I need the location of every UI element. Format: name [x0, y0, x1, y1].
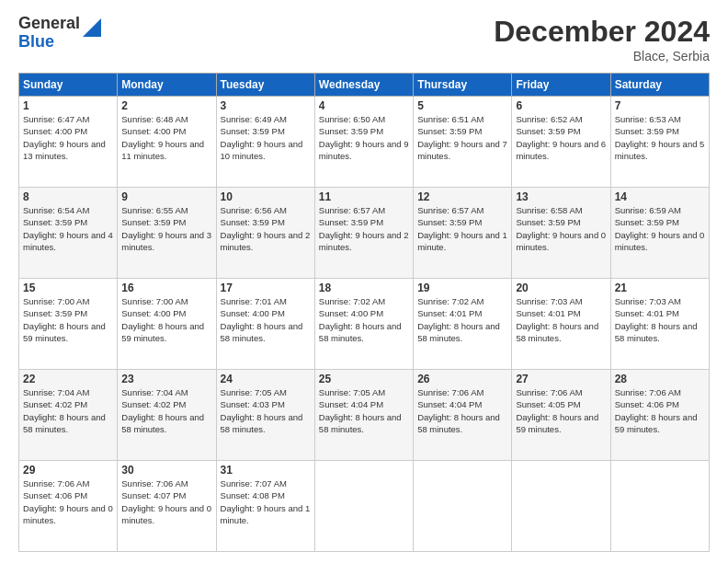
calendar-day-cell: 3 Sunrise: 6:49 AM Sunset: 3:59 PM Dayli… — [216, 97, 314, 188]
header-friday: Friday — [512, 74, 610, 97]
sunset-label: Sunset: 4:04 PM — [417, 399, 482, 409]
calendar-day-cell: 20 Sunrise: 7:03 AM Sunset: 4:01 PM Dayl… — [512, 279, 610, 370]
calendar-header-row: Sunday Monday Tuesday Wednesday Thursday… — [19, 74, 710, 97]
daylight-label: Daylight: 8 hours and 58 minutes. — [221, 412, 303, 434]
sunset-label: Sunset: 4:07 PM — [121, 490, 186, 500]
sunrise-label: Sunrise: 7:06 AM — [417, 387, 483, 397]
sunset-label: Sunset: 4:06 PM — [23, 490, 87, 500]
daylight-label: Daylight: 9 hours and 6 minutes. — [516, 139, 606, 161]
calendar-day-cell: 16 Sunrise: 7:00 AM Sunset: 4:00 PM Dayl… — [118, 279, 216, 370]
sunrise-label: Sunrise: 7:02 AM — [319, 296, 385, 306]
logo: General Blue — [18, 15, 101, 52]
header-tuesday: Tuesday — [216, 74, 314, 97]
day-info: Sunrise: 6:52 AM Sunset: 3:59 PM Dayligh… — [516, 113, 606, 162]
daylight-label: Daylight: 9 hours and 13 minutes. — [23, 139, 106, 161]
day-info: Sunrise: 7:06 AM Sunset: 4:05 PM Dayligh… — [516, 386, 606, 435]
calendar-day-cell: 4 Sunrise: 6:50 AM Sunset: 3:59 PM Dayli… — [314, 97, 413, 188]
day-number: 17 — [221, 282, 311, 294]
daylight-label: Daylight: 9 hours and 0 minutes. — [23, 503, 113, 525]
daylight-label: Daylight: 8 hours and 58 minutes. — [121, 412, 204, 434]
sunset-label: Sunset: 4:00 PM — [121, 308, 186, 318]
calendar-day-cell: 17 Sunrise: 7:01 AM Sunset: 4:00 PM Dayl… — [216, 279, 314, 370]
calendar-day-cell: 9 Sunrise: 6:55 AM Sunset: 3:59 PM Dayli… — [118, 188, 216, 279]
calendar-day-cell: 18 Sunrise: 7:02 AM Sunset: 4:00 PM Dayl… — [314, 279, 413, 370]
day-info: Sunrise: 7:03 AM Sunset: 4:01 PM Dayligh… — [516, 295, 606, 344]
calendar-day-cell: 6 Sunrise: 6:52 AM Sunset: 3:59 PM Dayli… — [512, 97, 610, 188]
sunrise-label: Sunrise: 6:48 AM — [121, 114, 188, 124]
calendar-day-cell: 15 Sunrise: 7:00 AM Sunset: 3:59 PM Dayl… — [19, 279, 118, 370]
logo-blue: Blue — [18, 33, 80, 52]
day-number: 13 — [516, 190, 606, 203]
sunset-label: Sunset: 4:08 PM — [221, 490, 285, 500]
daylight-label: Daylight: 8 hours and 59 minutes. — [516, 412, 598, 434]
daylight-label: Daylight: 9 hours and 7 minutes. — [417, 139, 507, 161]
daylight-label: Daylight: 8 hours and 58 minutes. — [417, 321, 500, 343]
sunset-label: Sunset: 4:01 PM — [417, 308, 482, 318]
day-info: Sunrise: 6:56 AM Sunset: 3:59 PM Dayligh… — [221, 204, 311, 253]
calendar-day-cell: 5 Sunrise: 6:51 AM Sunset: 3:59 PM Dayli… — [414, 97, 512, 188]
sunrise-label: Sunrise: 6:57 AM — [319, 205, 385, 215]
sunrise-label: Sunrise: 7:01 AM — [221, 296, 287, 306]
day-number: 12 — [417, 190, 507, 203]
sunset-label: Sunset: 3:59 PM — [23, 217, 87, 227]
sunrise-label: Sunrise: 6:49 AM — [221, 114, 287, 124]
day-number: 27 — [516, 373, 606, 385]
daylight-label: Daylight: 9 hours and 1 minute. — [221, 503, 311, 525]
sunset-label: Sunset: 3:59 PM — [417, 217, 482, 227]
calendar-week-row: 1 Sunrise: 6:47 AM Sunset: 4:00 PM Dayli… — [19, 97, 710, 188]
day-number: 11 — [319, 190, 409, 203]
sunset-label: Sunset: 3:59 PM — [221, 126, 285, 136]
day-number: 30 — [121, 464, 211, 477]
sunset-label: Sunset: 4:02 PM — [23, 399, 87, 409]
sunset-label: Sunset: 4:03 PM — [221, 399, 285, 409]
day-info: Sunrise: 7:03 AM Sunset: 4:01 PM Dayligh… — [615, 295, 705, 344]
header-sunday: Sunday — [19, 74, 118, 97]
day-number: 6 — [516, 99, 606, 112]
sunrise-label: Sunrise: 7:00 AM — [23, 296, 89, 306]
day-number: 3 — [221, 99, 311, 112]
sunset-label: Sunset: 4:01 PM — [615, 308, 679, 318]
daylight-label: Daylight: 9 hours and 0 minutes. — [615, 230, 705, 252]
sunset-label: Sunset: 3:59 PM — [615, 126, 679, 136]
calendar-week-row: 15 Sunrise: 7:00 AM Sunset: 3:59 PM Dayl… — [19, 279, 710, 370]
sunrise-label: Sunrise: 7:06 AM — [121, 478, 188, 488]
sunset-label: Sunset: 4:00 PM — [221, 308, 285, 318]
day-info: Sunrise: 7:05 AM Sunset: 4:03 PM Dayligh… — [221, 386, 311, 435]
header-wednesday: Wednesday — [314, 74, 413, 97]
calendar-day-cell: 21 Sunrise: 7:03 AM Sunset: 4:01 PM Dayl… — [610, 279, 709, 370]
calendar-day-cell: 11 Sunrise: 6:57 AM Sunset: 3:59 PM Dayl… — [314, 188, 413, 279]
location: Blace, Serbia — [494, 49, 710, 63]
calendar-day-cell: 8 Sunrise: 6:54 AM Sunset: 3:59 PM Dayli… — [19, 188, 118, 279]
daylight-label: Daylight: 8 hours and 58 minutes. — [516, 321, 598, 343]
sunset-label: Sunset: 4:00 PM — [121, 126, 186, 136]
calendar-week-row: 29 Sunrise: 7:06 AM Sunset: 4:06 PM Dayl… — [19, 461, 710, 552]
header: General Blue December 2024 Blace, Serbia — [18, 15, 710, 63]
day-info: Sunrise: 6:55 AM Sunset: 3:59 PM Dayligh… — [121, 204, 211, 253]
day-number: 16 — [121, 282, 211, 294]
daylight-label: Daylight: 8 hours and 59 minutes. — [23, 321, 106, 343]
day-info: Sunrise: 7:06 AM Sunset: 4:04 PM Dayligh… — [417, 386, 507, 435]
sunrise-label: Sunrise: 6:56 AM — [221, 205, 287, 215]
sunrise-label: Sunrise: 7:03 AM — [516, 296, 582, 306]
calendar-empty-cell — [610, 461, 709, 552]
calendar-day-cell: 14 Sunrise: 6:59 AM Sunset: 3:59 PM Dayl… — [610, 188, 709, 279]
sunrise-label: Sunrise: 7:04 AM — [23, 387, 89, 397]
calendar-day-cell: 28 Sunrise: 7:06 AM Sunset: 4:06 PM Dayl… — [610, 370, 709, 461]
daylight-label: Daylight: 8 hours and 58 minutes. — [23, 412, 106, 434]
day-info: Sunrise: 6:58 AM Sunset: 3:59 PM Dayligh… — [516, 204, 606, 253]
sunrise-label: Sunrise: 6:52 AM — [516, 114, 582, 124]
calendar-day-cell: 2 Sunrise: 6:48 AM Sunset: 4:00 PM Dayli… — [118, 97, 216, 188]
daylight-label: Daylight: 9 hours and 1 minute. — [417, 230, 507, 252]
day-info: Sunrise: 6:59 AM Sunset: 3:59 PM Dayligh… — [615, 204, 705, 253]
day-info: Sunrise: 6:51 AM Sunset: 3:59 PM Dayligh… — [417, 113, 507, 162]
daylight-label: Daylight: 9 hours and 5 minutes. — [615, 139, 705, 161]
day-number: 28 — [615, 373, 705, 385]
calendar-day-cell: 31 Sunrise: 7:07 AM Sunset: 4:08 PM Dayl… — [216, 461, 314, 552]
logo-icon — [83, 18, 101, 37]
calendar-day-cell: 27 Sunrise: 7:06 AM Sunset: 4:05 PM Dayl… — [512, 370, 610, 461]
sunrise-label: Sunrise: 6:54 AM — [23, 205, 89, 215]
day-number: 23 — [121, 373, 211, 385]
sunset-label: Sunset: 4:05 PM — [516, 399, 580, 409]
sunset-label: Sunset: 3:59 PM — [23, 308, 87, 318]
day-number: 8 — [23, 190, 113, 203]
